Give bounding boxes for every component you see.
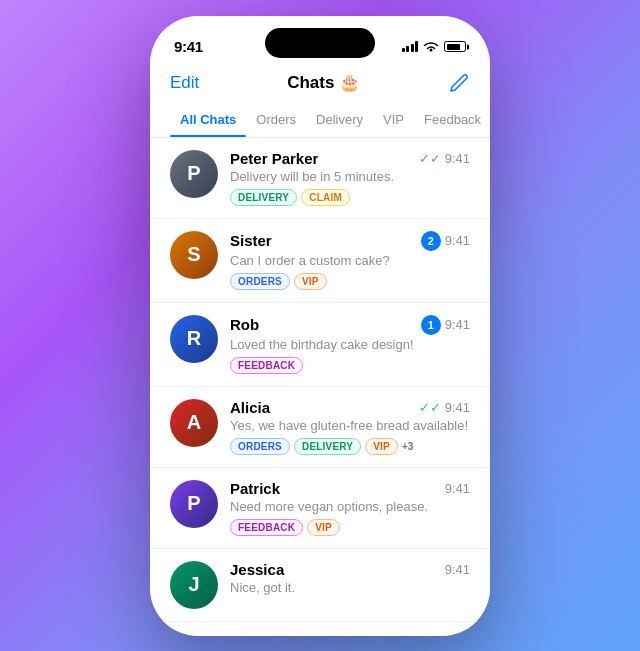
chat-name: Sister <box>230 232 272 249</box>
chat-preview: Yes, we have gluten-free bread available… <box>230 418 470 433</box>
read-check-icon: ✓✓ <box>419 400 441 415</box>
tags-row: ORDERSVIP <box>230 273 470 290</box>
chat-time-area: 9:41 <box>445 481 470 496</box>
tags-row: DELIVERYCLAIM <box>230 189 470 206</box>
avatar-initial: J <box>170 561 218 609</box>
tag-feedback: FEEDBACK <box>230 519 303 536</box>
status-icons <box>402 41 467 53</box>
chat-time-area: 29:41 <box>421 231 470 251</box>
unread-badge: 1 <box>421 315 441 335</box>
avatar: J <box>170 561 218 609</box>
phone-frame: 9:41 Edit Chats 🎂 <box>150 16 490 636</box>
tags-row: FEEDBACK <box>230 357 470 374</box>
avatar: A <box>170 399 218 447</box>
avatar: P <box>170 150 218 198</box>
chat-time: 9:41 <box>445 151 470 166</box>
avatar-initial: A <box>170 399 218 447</box>
chat-preview: Can I order a custom cake? <box>230 253 470 268</box>
tag-delivery: DELIVERY <box>294 438 361 455</box>
wifi-icon <box>423 41 439 53</box>
chat-content: Jessica9:41Nice, got it. <box>230 561 470 600</box>
status-time: 9:41 <box>174 38 203 55</box>
signal-icon <box>402 41 419 52</box>
tags-row: ORDERSDELIVERYVIP+3 <box>230 438 470 455</box>
chat-preview: Nice, got it. <box>230 580 470 595</box>
avatar-initial: S <box>170 231 218 279</box>
chat-header-row: Peter Parker✓✓9:41 <box>230 150 470 167</box>
compose-icon <box>449 73 469 93</box>
list-item[interactable]: AAlicia✓✓9:41Yes, we have gluten-free br… <box>150 387 490 468</box>
avatar: S <box>170 231 218 279</box>
chat-preview: Need more vegan options, please. <box>230 499 470 514</box>
list-item[interactable]: RRob19:41Loved the birthday cake design!… <box>150 303 490 387</box>
tag-vip: VIP <box>294 273 327 290</box>
chat-time-area: 19:41 <box>421 315 470 335</box>
compose-button[interactable] <box>448 72 470 94</box>
dynamic-island <box>265 28 375 58</box>
chat-header-row: Patrick9:41 <box>230 480 470 497</box>
tags-row: FEEDBACKVIP <box>230 519 470 536</box>
chat-header-row: Jessica9:41 <box>230 561 470 578</box>
chat-content: Patrick9:41Need more vegan options, plea… <box>230 480 470 536</box>
tag-orders: ORDERS <box>230 438 290 455</box>
chat-name: Alicia <box>230 399 270 416</box>
chat-name: Rob <box>230 316 259 333</box>
tabs-bar: All Chats Orders Delivery VIP Feedback <box>150 104 490 138</box>
tab-vip[interactable]: VIP <box>373 104 414 137</box>
chat-time-area: 9:41 <box>445 562 470 577</box>
chat-time: 9:41 <box>445 400 470 415</box>
chat-time-area: ✓✓9:41 <box>419 151 470 166</box>
header: Edit Chats 🎂 <box>150 68 490 104</box>
tag-delivery: DELIVERY <box>230 189 297 206</box>
chat-time: 9:41 <box>445 562 470 577</box>
chat-preview: Loved the birthday cake design! <box>230 337 470 352</box>
tab-orders[interactable]: Orders <box>246 104 306 137</box>
tag-more: +3 <box>402 441 413 452</box>
avatar: P <box>170 480 218 528</box>
chat-name: Patrick <box>230 480 280 497</box>
list-item[interactable]: SSister29:41Can I order a custom cake?OR… <box>150 219 490 303</box>
avatar-initial: P <box>170 150 218 198</box>
chat-preview: Delivery will be in 5 minutes. <box>230 169 470 184</box>
tab-all-chats[interactable]: All Chats <box>170 104 246 137</box>
chat-name: Peter Parker <box>230 150 318 167</box>
tag-orders: ORDERS <box>230 273 290 290</box>
tab-feedback[interactable]: Feedback <box>414 104 490 137</box>
list-item[interactable]: PPeter Parker✓✓9:41Delivery will be in 5… <box>150 138 490 219</box>
unread-badge: 2 <box>421 231 441 251</box>
avatar: R <box>170 315 218 363</box>
chat-time: 9:41 <box>445 233 470 248</box>
chat-time-area: ✓✓9:41 <box>419 400 470 415</box>
chat-content: Sister29:41Can I order a custom cake?ORD… <box>230 231 470 290</box>
edit-button[interactable]: Edit <box>170 73 199 93</box>
avatar-initial: R <box>170 315 218 363</box>
avatar-initial: P <box>170 480 218 528</box>
chat-content: Rob19:41Loved the birthday cake design!F… <box>230 315 470 374</box>
chat-list: PPeter Parker✓✓9:41Delivery will be in 5… <box>150 138 490 622</box>
chat-time: 9:41 <box>445 317 470 332</box>
chat-header-row: Rob19:41 <box>230 315 470 335</box>
chat-content: Peter Parker✓✓9:41Delivery will be in 5 … <box>230 150 470 206</box>
battery-icon <box>444 41 466 52</box>
chat-name: Jessica <box>230 561 284 578</box>
chat-content: Alicia✓✓9:41Yes, we have gluten-free bre… <box>230 399 470 455</box>
page-title: Chats 🎂 <box>287 72 360 93</box>
tag-vip: VIP <box>365 438 398 455</box>
chat-header-row: Alicia✓✓9:41 <box>230 399 470 416</box>
chat-time: 9:41 <box>445 481 470 496</box>
list-item[interactable]: JJessica9:41Nice, got it. <box>150 549 490 622</box>
tab-delivery[interactable]: Delivery <box>306 104 373 137</box>
tag-vip: VIP <box>307 519 340 536</box>
tag-claim: CLAIM <box>301 189 350 206</box>
chat-header-row: Sister29:41 <box>230 231 470 251</box>
list-item[interactable]: PPatrick9:41Need more vegan options, ple… <box>150 468 490 549</box>
read-check-icon: ✓✓ <box>419 151 441 166</box>
tag-feedback: FEEDBACK <box>230 357 303 374</box>
